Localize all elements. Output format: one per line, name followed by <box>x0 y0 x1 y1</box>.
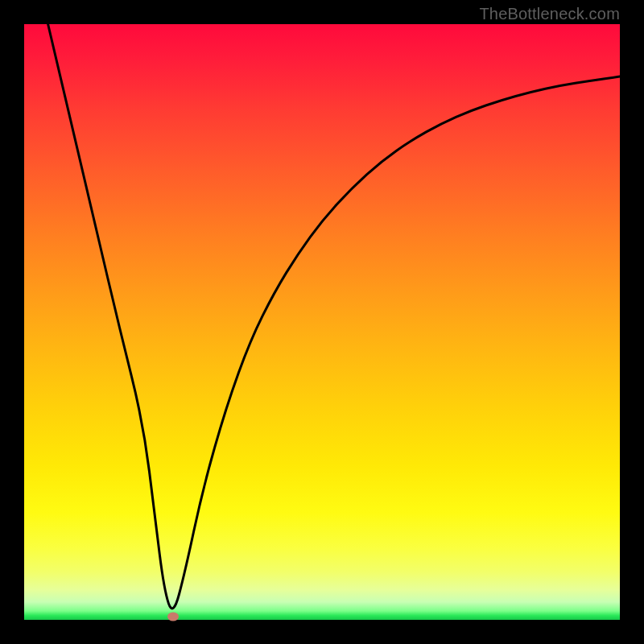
plot-area <box>24 24 620 620</box>
chart-frame: TheBottleneck.com <box>0 0 644 644</box>
watermark-text: TheBottleneck.com <box>479 5 620 23</box>
bottleneck-curve <box>24 24 620 620</box>
minimum-marker <box>167 613 179 621</box>
